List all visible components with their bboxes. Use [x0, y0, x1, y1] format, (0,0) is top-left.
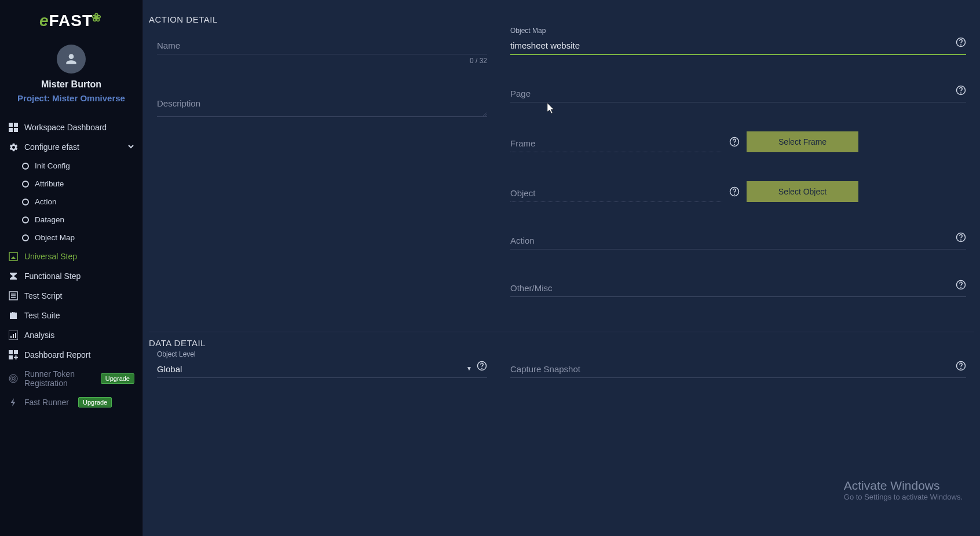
help-icon[interactable]: [956, 232, 966, 243]
watermark-title: Activate Windows: [844, 479, 963, 493]
page-input[interactable]: [510, 84, 966, 102]
sidebar-item-action[interactable]: Action: [0, 193, 142, 211]
resize-handle-icon[interactable]: [481, 110, 487, 116]
sidebar-item-label: Object Map: [35, 233, 75, 242]
upgrade-badge[interactable]: Upgrade: [78, 397, 112, 407]
help-icon[interactable]: [729, 186, 740, 197]
sidebar-item-attribute[interactable]: Attribute: [0, 175, 142, 193]
svg-rect-15: [9, 355, 13, 359]
other-input[interactable]: [510, 278, 966, 297]
sidebar-item-configure[interactable]: Configure efast: [0, 137, 142, 157]
project-label[interactable]: Project: Mister Omniverse: [0, 93, 142, 103]
watermark-sub: Go to Settings to activate Windows.: [844, 493, 963, 501]
svg-point-22: [961, 93, 961, 93]
dropdown-arrow-icon: ▼: [466, 365, 472, 372]
help-icon[interactable]: [729, 137, 740, 147]
svg-point-32: [482, 368, 482, 369]
help-icon[interactable]: [956, 280, 966, 290]
sidebar-item-objectmap[interactable]: Object Map: [0, 229, 142, 247]
sidebar-item-dashboard-report[interactable]: Dashboard Report: [0, 345, 142, 365]
capture-input[interactable]: [510, 359, 966, 378]
help-icon[interactable]: [956, 85, 966, 96]
sidebar-item-label: Configure efast: [24, 142, 79, 152]
chart-icon: [8, 330, 19, 340]
sidebar-item-label: Test Suite: [24, 311, 60, 320]
sidebar-item-label: Fast Runner: [24, 398, 69, 407]
action-input[interactable]: [510, 231, 966, 249]
bullet-icon: [22, 216, 29, 223]
svg-point-34: [961, 368, 961, 369]
sidebar-item-label: Init Config: [35, 161, 70, 170]
svg-point-28: [961, 240, 961, 240]
field-description: Description: [157, 94, 487, 119]
field-name: Name 0 / 32: [157, 36, 487, 65]
bolt-icon: [8, 397, 19, 407]
svg-rect-2: [9, 128, 13, 132]
svg-rect-0: [9, 123, 13, 127]
sidebar-item-label: Attribute: [35, 179, 64, 188]
svg-point-20: [961, 45, 961, 45]
list-icon: [8, 291, 19, 301]
field-capture-snapshot: Capture Snapshot: [510, 359, 966, 378]
svg-point-30: [961, 287, 961, 288]
sidebar-item-label: Action: [35, 197, 57, 206]
gear-icon: [8, 142, 19, 152]
grid-icon: [8, 122, 19, 133]
select-object-button[interactable]: Select Object: [747, 181, 858, 202]
frame-input[interactable]: [510, 134, 722, 152]
svg-point-17: [11, 376, 16, 381]
svg-rect-14: [14, 350, 18, 354]
step-icon: [8, 251, 19, 262]
sidebar-item-functional-step[interactable]: Functional Step: [0, 266, 142, 286]
object-map-input[interactable]: [510, 36, 966, 55]
logo-text: FAST: [49, 12, 93, 30]
svg-rect-1: [14, 123, 18, 127]
main-content: ACTION DETAIL Name 0 / 32 Description: [143, 0, 980, 536]
logo-prefix: e: [39, 12, 49, 30]
sidebar-item-label: Datagen: [35, 215, 64, 224]
avatar[interactable]: [57, 45, 86, 74]
svg-rect-3: [14, 128, 18, 132]
field-object-map: Object Map: [510, 36, 966, 55]
svg-rect-13: [9, 350, 13, 354]
help-icon[interactable]: [477, 361, 487, 371]
chevron-down-icon: [127, 142, 134, 152]
user-name: Mister Burton: [0, 79, 142, 90]
sidebar-item-init[interactable]: Init Config: [0, 157, 142, 175]
bullet-icon: [22, 163, 29, 170]
field-frame: Frame: [510, 134, 722, 152]
sidebar-item-test-suite[interactable]: Test Suite: [0, 306, 142, 325]
help-icon[interactable]: [956, 37, 966, 47]
sidebar-item-label: Analysis: [24, 331, 54, 340]
sidebar-item-fast-runner[interactable]: Fast Runner Upgrade: [0, 392, 142, 412]
sidebar-item-label: Workspace Dashboard: [24, 123, 107, 132]
upgrade-badge[interactable]: Upgrade: [101, 373, 134, 384]
person-icon: [64, 52, 79, 67]
name-input[interactable]: [157, 36, 487, 54]
section-title-data: DATA DETAIL: [149, 332, 974, 359]
sidebar-item-test-script[interactable]: Test Script: [0, 286, 142, 306]
sidebar-item-universal-step[interactable]: Universal Step: [0, 247, 142, 266]
object-level-select[interactable]: [157, 359, 487, 378]
sidebar-item-runner-token[interactable]: Runner Token Registration Upgrade: [0, 365, 142, 392]
sidebar-item-label: Test Script: [24, 291, 62, 300]
object-input[interactable]: [510, 183, 722, 202]
sidebar: eFAST❀ Mister Burton Project: Mister Omn…: [0, 0, 143, 536]
select-frame-button[interactable]: Select Frame: [747, 131, 858, 152]
grid-plus-icon: [8, 350, 19, 360]
sidebar-item-dashboard[interactable]: Workspace Dashboard: [0, 118, 142, 137]
field-other: Other/Misc: [510, 278, 966, 297]
sidebar-item-datagen[interactable]: Datagen: [0, 211, 142, 229]
help-icon[interactable]: [956, 361, 966, 371]
brand-logo: eFAST❀: [0, 0, 142, 36]
field-object-level: Object Level ▼: [157, 359, 487, 378]
briefcase-icon: [8, 310, 19, 321]
bullet-icon: [22, 199, 29, 205]
sigma-icon: [8, 271, 19, 281]
svg-rect-12: [15, 333, 16, 338]
fingerprint-icon: [8, 373, 19, 384]
sidebar-item-analysis[interactable]: Analysis: [0, 325, 142, 345]
leaf-icon: ❀: [92, 11, 102, 24]
svg-point-18: [12, 377, 14, 380]
description-input[interactable]: [157, 94, 487, 117]
